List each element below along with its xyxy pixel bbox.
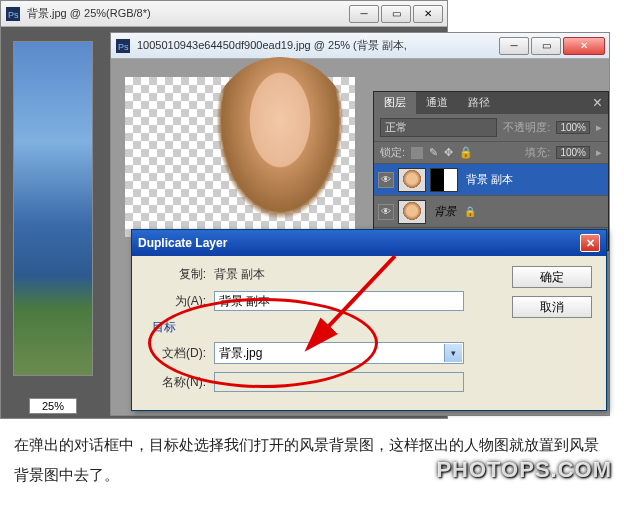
layer-name[interactable]: 背景 副本 [462, 172, 513, 187]
layer-mask-thumbnail[interactable] [430, 168, 458, 192]
layers-panel: 图层 通道 路径 × 正常 不透明度: 100% ▸ 锁定: ✎ ✥ 🔒 填充:… [373, 91, 609, 251]
opacity-arrow-icon[interactable]: ▸ [596, 121, 602, 134]
duplicate-label: 复制: [146, 266, 206, 283]
dialog-close-button[interactable]: ✕ [580, 234, 600, 252]
foreground-document-window: Ps 1005010943e64450df900ead19.jpg @ 25% … [110, 32, 610, 416]
layer-thumbnail[interactable] [398, 200, 426, 224]
close-button[interactable]: ✕ [563, 37, 605, 55]
panel-tabs: 图层 通道 路径 × [374, 92, 608, 114]
bgwin-buttons: ─ ▭ ✕ [347, 5, 443, 23]
dialog-title: Duplicate Layer [138, 236, 227, 250]
layer-row[interactable]: 👁 背景 🔒 [374, 196, 608, 228]
as-label: 为(A): [146, 293, 206, 310]
ok-button[interactable]: 确定 [512, 266, 592, 288]
fgwin-buttons: ─ ▭ ✕ [497, 37, 605, 55]
fgwin-titlebar: Ps 1005010943e64450df900ead19.jpg @ 25% … [111, 33, 609, 59]
layer-row[interactable]: 👁 背景 副本 [374, 164, 608, 196]
document-row: 文档(D): 背景.jpg ▾ [146, 342, 592, 364]
fill-label: 填充: [525, 145, 550, 160]
panel-menu-icon[interactable]: × [587, 92, 608, 114]
minimize-button[interactable]: ─ [349, 5, 379, 23]
opacity-value[interactable]: 100% [556, 121, 590, 134]
fgwin-canvas [125, 77, 355, 237]
lock-fill-row: 锁定: ✎ ✥ 🔒 填充: 100% ▸ [374, 142, 608, 164]
lock-all-icon[interactable]: 🔒 [459, 146, 473, 159]
layers-list: 👁 背景 副本 👁 背景 🔒 [374, 164, 608, 228]
lock-brush-icon[interactable]: ✎ [429, 146, 438, 159]
duplicate-value: 背景 副本 [214, 266, 265, 283]
portrait-cutout [205, 57, 355, 237]
opacity-label: 不透明度: [503, 120, 550, 135]
visibility-toggle-icon[interactable]: 👁 [378, 172, 394, 188]
bgwin-canvas-landscape [13, 41, 93, 376]
lock-icon: 🔒 [464, 206, 476, 217]
chevron-down-icon[interactable]: ▾ [444, 344, 462, 362]
fgwin-title: 1005010943e64450df900ead19.jpg @ 25% (背景… [137, 38, 497, 53]
caption-text: 在弹出的对话框中，目标处选择我们打开的风景背景图，这样抠出的人物图就放置到风景背… [14, 430, 610, 490]
blend-mode-select[interactable]: 正常 [380, 118, 497, 137]
name-input [214, 372, 464, 392]
duplicate-layer-dialog: Duplicate Layer ✕ 确定 取消 复制: 背景 副本 为(A): … [131, 229, 607, 411]
fill-arrow-icon[interactable]: ▸ [596, 146, 602, 159]
layer-name[interactable]: 背景 [430, 204, 456, 219]
transparency-checker [125, 77, 355, 237]
as-input[interactable] [214, 291, 464, 311]
bgwin-title: 背景.jpg @ 25%(RGB/8*) [27, 6, 347, 21]
cancel-button[interactable]: 取消 [512, 296, 592, 318]
destination-section-label: 目标 [152, 319, 592, 336]
maximize-button[interactable]: ▭ [531, 37, 561, 55]
document-select-value: 背景.jpg [219, 345, 262, 362]
name-row: 名称(N): [146, 372, 592, 392]
close-button[interactable]: ✕ [413, 5, 443, 23]
dialog-titlebar[interactable]: Duplicate Layer ✕ [132, 230, 606, 256]
zoom-indicator[interactable]: 25% [29, 398, 77, 414]
tab-layers[interactable]: 图层 [374, 92, 416, 114]
maximize-button[interactable]: ▭ [381, 5, 411, 23]
document-label: 文档(D): [146, 345, 206, 362]
layer-thumbnail[interactable] [398, 168, 426, 192]
svg-text:Ps: Ps [118, 42, 129, 52]
document-select[interactable]: 背景.jpg ▾ [214, 342, 464, 364]
svg-text:Ps: Ps [8, 10, 19, 20]
tab-paths[interactable]: 路径 [458, 92, 500, 114]
bgwin-titlebar: Ps 背景.jpg @ 25%(RGB/8*) ─ ▭ ✕ [1, 1, 447, 27]
fill-value[interactable]: 100% [556, 146, 590, 159]
name-label: 名称(N): [146, 374, 206, 391]
ps-icon: Ps [5, 6, 21, 22]
visibility-toggle-icon[interactable]: 👁 [378, 204, 394, 220]
dialog-body: 确定 取消 复制: 背景 副本 为(A): 目标 文档(D): 背景.jpg ▾… [132, 256, 606, 410]
lock-move-icon[interactable]: ✥ [444, 146, 453, 159]
ps-icon: Ps [115, 38, 131, 54]
tab-channels[interactable]: 通道 [416, 92, 458, 114]
lock-label: 锁定: [380, 145, 405, 160]
minimize-button[interactable]: ─ [499, 37, 529, 55]
blend-opacity-row: 正常 不透明度: 100% ▸ [374, 114, 608, 142]
lock-transparency-icon[interactable] [411, 147, 423, 159]
